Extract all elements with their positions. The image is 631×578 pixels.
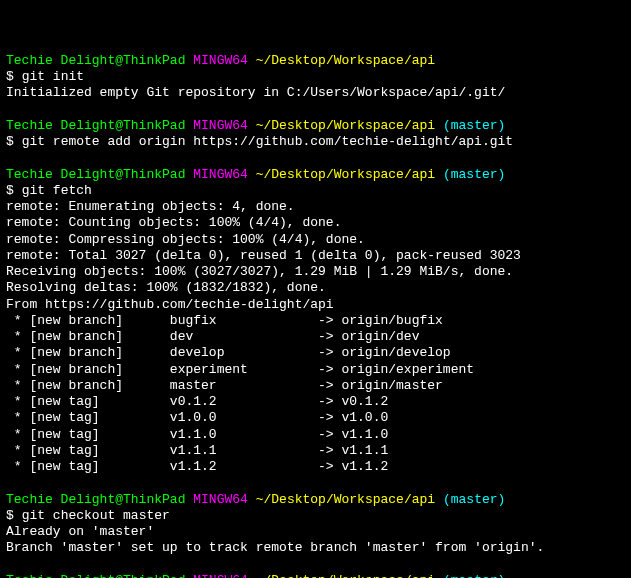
terminal[interactable]: { "prompt": { "user": "Techie Delight@Th… <box>0 0 631 578</box>
prompt-user: Techie Delight@ThinkPad <box>6 53 185 68</box>
output-line: remote: Total 3027 (delta 0), reused 1 (… <box>6 248 521 263</box>
prompt-host: MINGW64 <box>193 118 248 133</box>
prompt-symbol: $ <box>6 69 14 84</box>
output-line: remote: Compressing objects: 100% (4/4),… <box>6 232 365 247</box>
output-line: * [new branch] develop -> origin/develop <box>6 345 451 360</box>
output-line: * [new branch] experiment -> origin/expe… <box>6 362 474 377</box>
output-line: remote: Counting objects: 100% (4/4), do… <box>6 215 341 230</box>
cmd-git-remote-add: git remote add origin https://github.com… <box>22 134 513 149</box>
output-line: Receiving objects: 100% (3027/3027), 1.2… <box>6 264 513 279</box>
prompt-path: ~/Desktop/Workspace/api <box>256 492 435 507</box>
prompt-host: MINGW64 <box>193 492 248 507</box>
output-line: * [new branch] bugfix -> origin/bugfix <box>6 313 443 328</box>
output-line: Initialized empty Git repository in C:/U… <box>6 85 505 100</box>
output-line: Resolving deltas: 100% (1832/1832), done… <box>6 280 326 295</box>
output-line: * [new tag] v1.1.0 -> v1.1.0 <box>6 427 388 442</box>
output-line: * [new tag] v1.0.0 -> v1.0.0 <box>6 410 388 425</box>
prompt-branch: (master) <box>443 118 505 133</box>
terminal-output: Techie Delight@ThinkPad MINGW64 ~/Deskto… <box>6 53 625 578</box>
cmd-git-init: git init <box>22 69 84 84</box>
prompt-symbol: $ <box>6 183 14 198</box>
cmd-git-checkout: git checkout master <box>22 508 170 523</box>
output-line: * [new branch] master -> origin/master <box>6 378 443 393</box>
prompt-symbol: $ <box>6 134 14 149</box>
output-line: * [new tag] v0.1.2 -> v0.1.2 <box>6 394 388 409</box>
prompt-branch: (master) <box>443 492 505 507</box>
prompt-path: ~/Desktop/Workspace/api <box>256 573 435 578</box>
prompt-branch: (master) <box>443 573 505 578</box>
prompt-user: Techie Delight@ThinkPad <box>6 167 185 182</box>
output-line: remote: Enumerating objects: 4, done. <box>6 199 295 214</box>
prompt-user: Techie Delight@ThinkPad <box>6 492 185 507</box>
prompt-path: ~/Desktop/Workspace/api <box>256 167 435 182</box>
prompt-branch: (master) <box>443 167 505 182</box>
prompt-host: MINGW64 <box>193 573 248 578</box>
output-line: Branch 'master' set up to track remote b… <box>6 540 544 555</box>
prompt-symbol: $ <box>6 508 14 523</box>
output-line: From https://github.com/techie-delight/a… <box>6 297 334 312</box>
output-line: Already on 'master' <box>6 524 154 539</box>
cmd-git-fetch: git fetch <box>22 183 92 198</box>
prompt-host: MINGW64 <box>193 167 248 182</box>
prompt-user: Techie Delight@ThinkPad <box>6 118 185 133</box>
prompt-path: ~/Desktop/Workspace/api <box>256 53 435 68</box>
output-line: * [new tag] v1.1.2 -> v1.1.2 <box>6 459 388 474</box>
prompt-host: MINGW64 <box>193 53 248 68</box>
output-line: * [new tag] v1.1.1 -> v1.1.1 <box>6 443 388 458</box>
output-line: * [new branch] dev -> origin/dev <box>6 329 419 344</box>
prompt-user: Techie Delight@ThinkPad <box>6 573 185 578</box>
prompt-path: ~/Desktop/Workspace/api <box>256 118 435 133</box>
